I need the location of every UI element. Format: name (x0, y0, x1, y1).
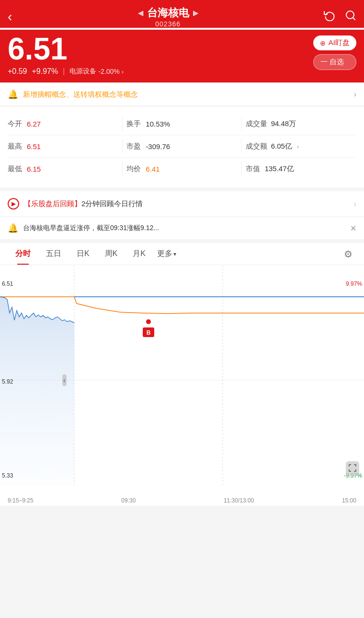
more-chevron-icon: ▾ (173, 251, 176, 257)
sector-change: -2.00% (98, 68, 119, 75)
stat-open-value: 6.27 (27, 120, 41, 128)
tab-zhouk[interactable]: 周K (97, 243, 125, 265)
stat-turnover: 换手 10.53% (126, 119, 237, 128)
stat-volume: 成交量 94.48万 (246, 119, 356, 128)
chart-svg: B (0, 265, 364, 495)
stat-high-label: 最高 (8, 142, 23, 151)
notification-banner[interactable]: 🔔 新增摘帽概念、送转填权概念等概念 › (0, 83, 364, 106)
search-button[interactable] (345, 10, 356, 24)
stat-low: 最低 6.15 (8, 164, 118, 174)
ai-btn-label: AI盯盘 (329, 38, 350, 47)
stats-table: 今开 6.27 换手 10.53% 成交量 94.48万 最高 6.51 市盈 … (0, 107, 364, 187)
header-icons (324, 10, 356, 24)
stat-divider-1 (122, 117, 123, 131)
action-suffix: 2分钟回顾今日行情 (81, 199, 143, 208)
header: ‹ ◀ 台海核电 ▶ 002366 (0, 0, 364, 28)
stat-pe-label: 市盈 (126, 142, 142, 151)
time-label-3: 11:30/13:00 (224, 497, 254, 504)
tab-wuri[interactable]: 五日 (38, 243, 69, 265)
price-divider: | (63, 67, 65, 76)
more-label: 更多 (157, 249, 172, 259)
stat-divider-6 (241, 162, 242, 176)
stat-open: 今开 6.27 (8, 119, 118, 128)
action-highlight: 【乐股盘后回顾】 (24, 199, 81, 208)
stat-high: 最高 6.51 (8, 142, 118, 151)
header-title-row: ◀ 台海核电 ▶ (138, 6, 198, 20)
notification-chevron-icon: › (354, 90, 356, 99)
tab-more[interactable]: 更多 ▾ (153, 243, 180, 265)
stats-row-2: 最高 6.51 市盈 -309.76 成交额 6.05亿 › (8, 135, 356, 158)
tab-fenshi[interactable]: 分时 (8, 243, 38, 265)
watchlist-button[interactable]: 一 自选 (313, 54, 356, 70)
alert-text: 台海核电早盘逼近涨停，截至09:31涨幅9.12... (23, 224, 159, 233)
stat-volume-label: 成交量 (246, 119, 267, 128)
stat-high-value: 6.51 (27, 142, 41, 151)
next-stock-icon[interactable]: ▶ (193, 9, 198, 17)
stock-code: 002366 (155, 20, 181, 28)
time-label-2: 09:30 (121, 497, 136, 504)
svg-point-7 (146, 319, 151, 324)
stat-divider-4 (241, 139, 242, 153)
stat-pe: 市盈 -309.76 (126, 142, 237, 151)
chart-time-axis: 9:15~9:25 09:30 11:30/13:00 15:00 (0, 495, 364, 506)
action-chevron-icon: › (353, 199, 356, 209)
stat-amount[interactable]: 成交额 6.05亿 › (246, 142, 356, 151)
stat-mktcap: 市值 135.47亿 (246, 164, 356, 174)
action-text: 【乐股盘后回顾】2分钟回顾今日行情 (24, 199, 143, 209)
back-button[interactable]: ‹ (8, 9, 12, 24)
sector-name: 电源设备 (69, 67, 96, 76)
tab-rik[interactable]: 日K (69, 243, 97, 265)
stat-avg-label: 均价 (126, 164, 142, 174)
action-banner[interactable]: ▶ 【乐股盘后回顾】2分钟回顾今日行情 › (0, 191, 364, 216)
time-label-4: 15:00 (342, 497, 356, 504)
stats-row-3: 最低 6.15 均价 6.41 市值 135.47亿 (8, 158, 356, 180)
title-group: ◀ 台海核电 ▶ 002366 (138, 6, 198, 28)
price-section: 6.51 +0.59 +9.97% | 电源设备 -2.00% › ⊕ AI盯盘… (0, 30, 364, 82)
ai-icon: ⊕ (320, 39, 326, 47)
play-icon: ▶ (8, 198, 19, 210)
time-label-1: 9:15~9:25 (8, 497, 34, 504)
tab-yuek[interactable]: 月K (125, 243, 153, 265)
stat-low-label: 最低 (8, 164, 23, 174)
alert-close-icon[interactable]: ✕ (350, 224, 356, 233)
stat-avg-value: 6.41 (146, 165, 159, 173)
stat-mktcap-label: 市值 (246, 164, 261, 174)
svg-marker-5 (0, 297, 74, 486)
price-change-pct: +9.97% (32, 67, 58, 76)
stat-volume-value: 94.48万 (271, 119, 296, 128)
price-change-row: +0.59 +9.97% | 电源设备 -2.00% › (8, 67, 124, 76)
notification-text: 新增摘帽概念、送转填权概念等概念 (23, 90, 138, 99)
watchlist-btn-label: 一 自选 (320, 58, 344, 67)
price-sector[interactable]: 电源设备 -2.00% › (69, 67, 124, 76)
chart-pct-high: 9.97% (346, 280, 362, 287)
current-price: 6.51 (8, 34, 124, 64)
bell-icon: 🔔 (8, 89, 18, 100)
chart-settings-button[interactable]: ⚙ (340, 245, 356, 264)
stat-amount-label: 成交额 (246, 142, 267, 151)
stat-divider-3 (122, 139, 123, 153)
stat-open-label: 今开 (8, 119, 23, 128)
svg-text:B: B (147, 329, 151, 336)
chart-price-mid: 5.92 (2, 378, 13, 385)
stat-amount-value: 6.05亿 (271, 142, 292, 151)
svg-line-1 (353, 18, 355, 20)
price-left: 6.51 +0.59 +9.97% | 电源设备 -2.00% › (8, 34, 124, 76)
stat-divider-5 (122, 162, 123, 176)
header-top: ‹ ◀ 台海核电 ▶ 002366 (8, 6, 356, 28)
ai-watch-button[interactable]: ⊕ AI盯盘 (313, 35, 356, 50)
chart-price-high: 6.51 (2, 280, 13, 287)
stat-avg: 均价 6.41 (126, 164, 237, 174)
chart-tabs: 分时 五日 日K 周K 月K 更多 ▾ ⚙ (0, 243, 364, 265)
stat-mktcap-value: 135.47亿 (265, 164, 294, 174)
action-left: ▶ 【乐股盘后回顾】2分钟回顾今日行情 (8, 198, 143, 210)
stat-pe-value: -309.76 (146, 142, 170, 151)
chart-price-low: 5.33 (2, 472, 13, 479)
chart-collapse-button[interactable]: ‹ (62, 374, 67, 386)
fullscreen-button[interactable] (346, 461, 359, 476)
alert-left: 🔔 台海核电早盘逼近涨停，截至09:31涨幅9.12... (8, 223, 159, 233)
price-change-value: +0.59 (8, 67, 27, 76)
price-right: ⊕ AI盯盘 一 自选 (313, 35, 356, 70)
prev-stock-icon[interactable]: ◀ (138, 9, 143, 17)
stats-row-1: 今开 6.27 换手 10.53% 成交量 94.48万 (8, 113, 356, 135)
refresh-button[interactable] (324, 10, 335, 24)
